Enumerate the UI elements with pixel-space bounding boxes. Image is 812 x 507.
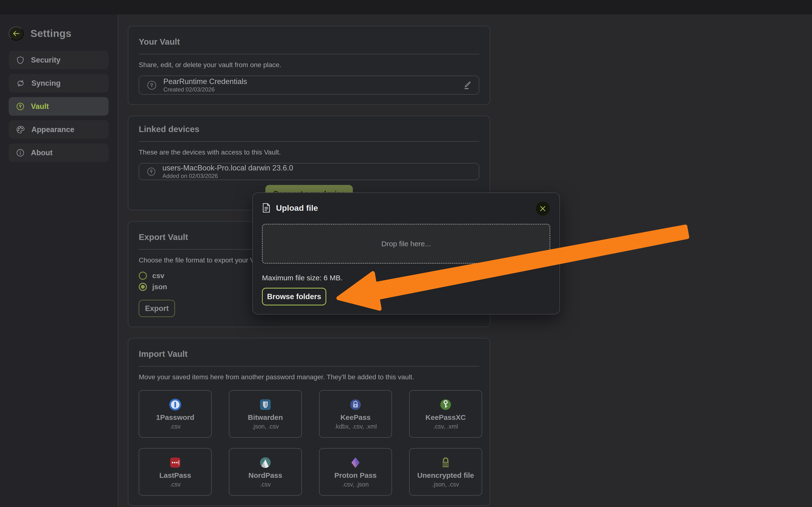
pencil-icon — [463, 80, 471, 90]
import-tile-protonpass[interactable]: Proton Pass .csv, .json — [319, 448, 392, 496]
section-description: Share, edit, or delete your vault from o… — [139, 62, 479, 68]
provider-name: LastPass — [159, 471, 191, 479]
sidebar-header: Settings — [9, 26, 118, 41]
section-title: Linked devices — [139, 124, 479, 134]
provider-name: Proton Pass — [334, 471, 376, 479]
export-button[interactable]: Export — [139, 300, 175, 317]
vault-key-icon — [16, 102, 24, 111]
nordpass-icon — [259, 457, 271, 469]
keepassxc-icon — [440, 399, 452, 411]
device-name: users-MacBook-Pro.local darwin 23.6.0 — [162, 164, 293, 172]
divider — [139, 366, 479, 367]
browse-folders-button[interactable]: Browse folders — [262, 288, 326, 305]
page-title: Settings — [31, 28, 71, 39]
device-row-texts: users-MacBook-Pro.local darwin 23.6.0 Ad… — [162, 164, 293, 179]
sidebar-item-vault[interactable]: Vault — [9, 97, 108, 116]
provider-name: 1Password — [156, 413, 194, 421]
radio-selected-icon — [139, 283, 147, 291]
provider-formats: .json, .csv — [252, 423, 278, 430]
window-titlebar — [0, 0, 812, 14]
device-row[interactable]: users-MacBook-Pro.local darwin 23.6.0 Ad… — [139, 163, 479, 180]
import-tile-keepass[interactable]: KeePass .kdbx, .csv, .xml — [319, 390, 392, 438]
settings-page: Settings Security Syncing — [0, 0, 812, 507]
provider-name: KeePass — [340, 413, 370, 421]
key-circle-icon — [146, 80, 157, 91]
sidebar-item-syncing[interactable]: Syncing — [9, 74, 108, 93]
section-description: Move your saved items here from another … — [139, 374, 479, 381]
import-tile-unencrypted[interactable]: Unencrypted file .json, .csv — [409, 448, 482, 496]
modal-title: Upload file — [276, 203, 318, 213]
dropzone-text: Drop file here... — [382, 240, 431, 248]
vault-row[interactable]: PearRuntime Credentials Created 02/03/20… — [139, 75, 479, 95]
sidebar-item-label: Security — [31, 56, 60, 64]
sidebar-item-about[interactable]: About — [9, 144, 108, 162]
edit-vault-button[interactable] — [463, 80, 471, 90]
info-icon — [16, 149, 24, 157]
protonpass-icon — [349, 457, 361, 469]
back-button[interactable] — [9, 26, 24, 41]
section-title: Your Vault — [139, 37, 479, 47]
bitwarden-icon — [259, 399, 271, 411]
import-tile-nordpass[interactable]: NordPass .csv — [229, 448, 302, 496]
section-description: These are the devices with access to thi… — [139, 149, 479, 156]
provider-name: Bitwarden — [248, 413, 283, 421]
import-vault-card: Import Vault Move your saved items here … — [128, 338, 490, 506]
radio-unselected-icon — [139, 272, 147, 280]
divider — [139, 54, 479, 54]
import-tile-keepassxc[interactable]: KeePassXC .csv, .xml — [409, 390, 482, 438]
import-tile-lastpass[interactable]: LastPass .csv — [139, 448, 212, 496]
provider-formats: .csv, .xml — [433, 423, 458, 430]
vault-created-date: Created 02/03/2026 — [163, 87, 247, 93]
lastpass-icon — [169, 457, 181, 469]
close-modal-button[interactable] — [536, 202, 550, 216]
modal-header: Upload file — [262, 203, 550, 213]
upload-file-modal: Upload file Drop file here... Maximum fi… — [252, 192, 560, 315]
provider-formats: .kdbx, .csv, .xml — [334, 423, 377, 430]
vault-row-texts: PearRuntime Credentials Created 02/03/20… — [163, 77, 247, 93]
section-title: Import Vault — [139, 349, 479, 359]
vault-name: PearRuntime Credentials — [163, 77, 247, 86]
provider-formats: .csv — [170, 481, 181, 488]
1password-icon — [169, 399, 181, 411]
sidebar-item-label: Appearance — [32, 125, 74, 134]
sync-icon — [16, 79, 25, 88]
file-dropzone[interactable]: Drop file here... — [262, 224, 550, 264]
provider-formats: .csv — [260, 481, 271, 488]
palette-icon — [16, 125, 25, 134]
import-tile-bitwarden[interactable]: Bitwarden .json, .csv — [229, 390, 302, 438]
provider-name: NordPass — [248, 471, 282, 479]
document-icon — [262, 203, 271, 213]
max-file-size-text: Maximum file size: 6 MB. — [262, 274, 550, 282]
provider-formats: .csv — [170, 423, 181, 430]
sidebar-item-appearance[interactable]: Appearance — [9, 120, 108, 139]
provider-name: Unencrypted file — [417, 471, 474, 479]
divider — [139, 141, 479, 142]
provider-formats: .csv, .json — [342, 481, 368, 488]
sidebar-item-label: Vault — [31, 102, 49, 111]
close-icon — [540, 206, 546, 212]
sidebar-item-security[interactable]: Security — [9, 51, 108, 69]
unencrypted-lock-icon — [440, 457, 452, 469]
keepass-icon — [349, 399, 361, 411]
sidebar-item-label: Syncing — [32, 79, 61, 88]
import-tile-1password[interactable]: 1Password .csv — [139, 390, 212, 438]
provider-formats: .json, .csv — [432, 481, 459, 488]
shield-icon — [16, 56, 24, 64]
provider-name: KeePassXC — [425, 413, 466, 421]
import-provider-grid: 1Password .csv Bitwarden .json, .csv — [139, 390, 479, 496]
sidebar-item-label: About — [31, 149, 53, 157]
settings-sidebar: Settings Security Syncing — [0, 14, 118, 507]
your-vault-card: Your Vault Share, edit, or delete your v… — [128, 26, 490, 105]
key-circle-icon — [146, 167, 156, 176]
radio-label: csv — [152, 272, 164, 280]
device-added-date: Added on 02/03/2026 — [162, 173, 293, 179]
radio-label: json — [152, 283, 167, 291]
back-arrow-icon — [12, 30, 20, 38]
sidebar-nav: Security Syncing Vault — [9, 51, 108, 162]
